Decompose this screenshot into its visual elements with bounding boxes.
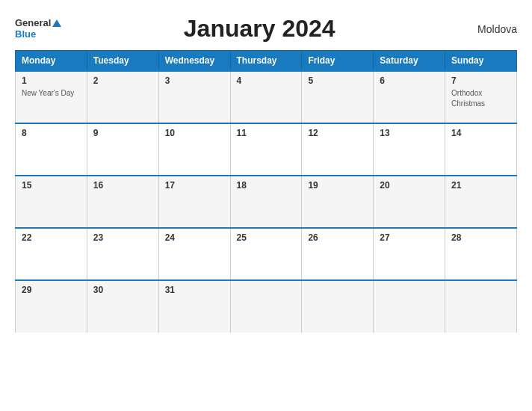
day-number: 30 (93, 285, 152, 295)
calendar-cell: 19 (302, 176, 374, 228)
day-number: 15 (22, 180, 81, 191)
calendar-cell: 28 (445, 228, 517, 280)
day-number: 10 (165, 128, 224, 138)
calendar-cell (374, 280, 445, 333)
calendar-cell: 16 (87, 176, 158, 228)
calendar-cell (302, 280, 374, 333)
calendar-cell: 12 (302, 123, 374, 176)
day-number: 2 (93, 75, 152, 86)
calendar-cell: 27 (374, 228, 445, 280)
calendar-cell: 18 (230, 176, 302, 228)
day-number: 9 (93, 128, 152, 138)
calendar-cell: 3 (158, 71, 230, 123)
calendar-cell: 25 (230, 228, 302, 280)
logo-blue-text: Blue (15, 29, 36, 40)
calendar-cell: 21 (445, 176, 517, 228)
day-number: 13 (380, 128, 439, 138)
day-number: 29 (22, 285, 81, 295)
calendar-table: MondayTuesdayWednesdayThursdayFridaySatu… (15, 50, 517, 333)
day-number: 22 (22, 232, 81, 243)
calendar-cell: 29 (16, 280, 87, 333)
day-number: 28 (451, 232, 510, 243)
day-number: 6 (380, 75, 439, 86)
day-number: 8 (22, 128, 81, 138)
calendar-cell: 2 (87, 71, 158, 123)
logo: General Blue (15, 18, 61, 40)
day-number: 18 (237, 180, 296, 191)
day-number: 20 (380, 180, 439, 191)
weekday-header-row: MondayTuesdayWednesdayThursdayFridaySatu… (16, 51, 517, 72)
calendar-cell: 7Orthodox Christmas (445, 71, 517, 123)
calendar-cell: 6 (374, 71, 445, 123)
calendar-cell: 1New Year's Day (16, 71, 87, 123)
day-number: 19 (308, 180, 367, 191)
holiday-name: Orthodox Christmas (451, 89, 485, 108)
weekday-header-sunday: Sunday (445, 51, 517, 72)
weekday-header-monday: Monday (16, 51, 87, 72)
day-number: 11 (237, 128, 296, 138)
calendar-cell: 11 (230, 123, 302, 176)
day-number: 25 (237, 232, 296, 243)
day-number: 26 (308, 232, 367, 243)
day-number: 31 (165, 285, 224, 295)
day-number: 21 (451, 180, 510, 191)
calendar-week-row: 293031 (16, 280, 517, 333)
day-number: 16 (93, 180, 152, 191)
calendar-cell: 8 (16, 123, 87, 176)
day-number: 12 (308, 128, 367, 138)
day-number: 7 (451, 75, 510, 86)
calendar-cell: 9 (87, 123, 158, 176)
calendar-cell: 30 (87, 280, 158, 333)
weekday-header-saturday: Saturday (374, 51, 445, 72)
calendar-cell: 15 (16, 176, 87, 228)
day-number: 27 (380, 232, 439, 243)
day-number: 23 (93, 232, 152, 243)
day-number: 3 (165, 75, 224, 86)
day-number: 1 (22, 75, 81, 86)
calendar-container: General Blue January 2024 Moldova Monday… (0, 0, 532, 411)
weekday-header-friday: Friday (302, 51, 374, 72)
day-number: 17 (165, 180, 224, 191)
day-number: 24 (165, 232, 224, 243)
day-number: 4 (237, 75, 296, 86)
calendar-week-row: 22232425262728 (16, 228, 517, 280)
calendar-week-row: 15161718192021 (16, 176, 517, 228)
day-number: 14 (451, 128, 510, 138)
calendar-cell: 13 (374, 123, 445, 176)
calendar-thead: MondayTuesdayWednesdayThursdayFridaySatu… (16, 51, 517, 72)
calendar-cell: 26 (302, 228, 374, 280)
logo-general-text: General (15, 18, 51, 28)
calendar-cell: 22 (16, 228, 87, 280)
calendar-cell: 31 (158, 280, 230, 333)
weekday-header-thursday: Thursday (230, 51, 302, 72)
calendar-cell: 23 (87, 228, 158, 280)
calendar-cell: 14 (445, 123, 517, 176)
day-number: 5 (308, 75, 367, 86)
weekday-header-wednesday: Wednesday (158, 51, 230, 72)
calendar-cell: 17 (158, 176, 230, 228)
calendar-cell: 20 (374, 176, 445, 228)
calendar-tbody: 1New Year's Day234567Orthodox Christmas8… (16, 71, 517, 333)
calendar-cell: 10 (158, 123, 230, 176)
country-label: Moldova (457, 23, 517, 35)
calendar-header: General Blue January 2024 Moldova (15, 15, 517, 43)
calendar-title: January 2024 (61, 15, 457, 43)
calendar-cell: 4 (230, 71, 302, 123)
calendar-cell (230, 280, 302, 333)
calendar-week-row: 891011121314 (16, 123, 517, 176)
calendar-week-row: 1New Year's Day234567Orthodox Christmas (16, 71, 517, 123)
calendar-cell: 5 (302, 71, 374, 123)
logo-triangle-icon (52, 19, 61, 27)
holiday-name: New Year's Day (22, 89, 74, 97)
weekday-header-tuesday: Tuesday (87, 51, 158, 72)
calendar-cell: 24 (158, 228, 230, 280)
calendar-cell (445, 280, 517, 333)
